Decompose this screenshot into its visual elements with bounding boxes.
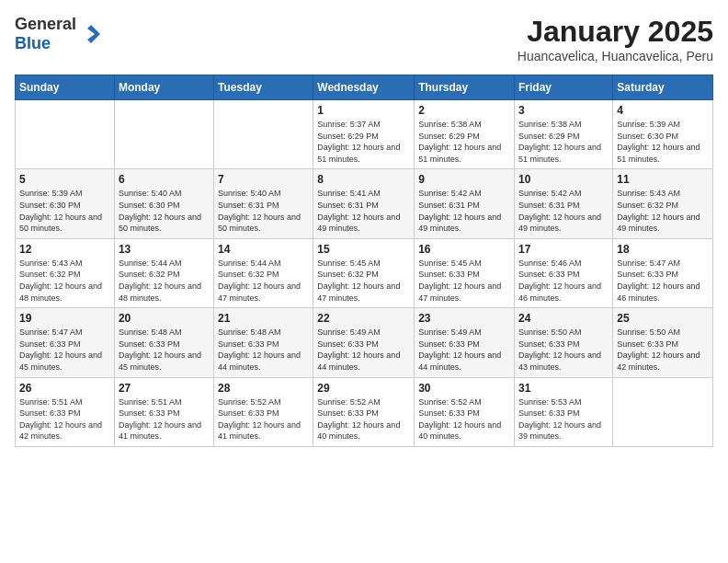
- day-info: Sunrise: 5:47 AM Sunset: 6:33 PM Dayligh…: [19, 327, 110, 373]
- day-info: Sunrise: 5:44 AM Sunset: 6:32 PM Dayligh…: [119, 258, 210, 304]
- logo-icon: [78, 21, 104, 47]
- day-number: 24: [518, 312, 609, 325]
- day-info: Sunrise: 5:45 AM Sunset: 6:32 PM Dayligh…: [317, 258, 410, 304]
- day-number: 8: [317, 173, 410, 186]
- table-row: 4Sunrise: 5:39 AM Sunset: 6:30 PM Daylig…: [613, 100, 713, 169]
- day-number: 18: [617, 243, 709, 256]
- header-thursday: Thursday: [415, 75, 515, 100]
- table-row: 12Sunrise: 5:43 AM Sunset: 6:32 PM Dayli…: [16, 238, 115, 307]
- day-number: 14: [218, 243, 309, 256]
- day-number: 26: [19, 382, 110, 395]
- header-monday: Monday: [114, 75, 213, 100]
- day-info: Sunrise: 5:51 AM Sunset: 6:33 PM Dayligh…: [19, 396, 110, 442]
- table-row: 30Sunrise: 5:52 AM Sunset: 6:33 PM Dayli…: [415, 377, 515, 446]
- day-info: Sunrise: 5:52 AM Sunset: 6:33 PM Dayligh…: [418, 396, 510, 442]
- day-info: Sunrise: 5:52 AM Sunset: 6:33 PM Dayligh…: [218, 396, 309, 442]
- day-number: 20: [119, 312, 210, 325]
- table-row: 29Sunrise: 5:52 AM Sunset: 6:33 PM Dayli…: [313, 377, 415, 446]
- table-row: 28Sunrise: 5:52 AM Sunset: 6:33 PM Dayli…: [214, 377, 313, 446]
- header-saturday: Saturday: [613, 75, 713, 100]
- day-number: 5: [19, 173, 110, 186]
- table-row: 26Sunrise: 5:51 AM Sunset: 6:33 PM Dayli…: [16, 377, 115, 446]
- day-info: Sunrise: 5:38 AM Sunset: 6:29 PM Dayligh…: [518, 119, 609, 165]
- table-row: 23Sunrise: 5:49 AM Sunset: 6:33 PM Dayli…: [415, 308, 515, 377]
- day-number: 29: [317, 382, 410, 395]
- table-row: 7Sunrise: 5:40 AM Sunset: 6:31 PM Daylig…: [214, 169, 313, 238]
- day-info: Sunrise: 5:42 AM Sunset: 6:31 PM Dayligh…: [518, 188, 609, 234]
- day-number: 4: [617, 104, 709, 117]
- day-number: 11: [617, 173, 709, 186]
- table-row: 16Sunrise: 5:45 AM Sunset: 6:33 PM Dayli…: [415, 238, 515, 307]
- table-row: 19Sunrise: 5:47 AM Sunset: 6:33 PM Dayli…: [16, 308, 115, 377]
- table-row: 15Sunrise: 5:45 AM Sunset: 6:32 PM Dayli…: [313, 238, 415, 307]
- table-row: 5Sunrise: 5:39 AM Sunset: 6:30 PM Daylig…: [16, 169, 115, 238]
- day-number: 3: [518, 104, 609, 117]
- day-number: 31: [518, 382, 609, 395]
- day-info: Sunrise: 5:49 AM Sunset: 6:33 PM Dayligh…: [418, 327, 510, 373]
- day-info: Sunrise: 5:48 AM Sunset: 6:33 PM Dayligh…: [119, 327, 210, 373]
- table-row: 31Sunrise: 5:53 AM Sunset: 6:33 PM Dayli…: [515, 377, 613, 446]
- day-number: 12: [19, 243, 110, 256]
- day-info: Sunrise: 5:37 AM Sunset: 6:29 PM Dayligh…: [317, 119, 410, 165]
- day-number: 27: [119, 382, 210, 395]
- logo-blue: Blue: [15, 34, 51, 52]
- page-subtitle: Huancavelica, Huancavelica, Peru: [518, 49, 713, 63]
- header-sunday: Sunday: [16, 75, 115, 100]
- day-number: 13: [119, 243, 210, 256]
- day-info: Sunrise: 5:43 AM Sunset: 6:32 PM Dayligh…: [617, 188, 709, 234]
- day-number: 22: [317, 312, 410, 325]
- day-info: Sunrise: 5:50 AM Sunset: 6:33 PM Dayligh…: [518, 327, 609, 373]
- table-row: 20Sunrise: 5:48 AM Sunset: 6:33 PM Dayli…: [114, 308, 213, 377]
- table-row: 21Sunrise: 5:48 AM Sunset: 6:33 PM Dayli…: [214, 308, 313, 377]
- header-wednesday: Wednesday: [313, 75, 415, 100]
- day-number: 19: [19, 312, 110, 325]
- table-row: 2Sunrise: 5:38 AM Sunset: 6:29 PM Daylig…: [415, 100, 515, 169]
- calendar-week-row: 19Sunrise: 5:47 AM Sunset: 6:33 PM Dayli…: [16, 308, 713, 377]
- table-row: 8Sunrise: 5:41 AM Sunset: 6:31 PM Daylig…: [313, 169, 415, 238]
- day-info: Sunrise: 5:47 AM Sunset: 6:33 PM Dayligh…: [617, 258, 709, 304]
- day-info: Sunrise: 5:48 AM Sunset: 6:33 PM Dayligh…: [218, 327, 309, 373]
- logo: General Blue: [15, 15, 104, 53]
- day-number: 1: [317, 104, 410, 117]
- day-info: Sunrise: 5:53 AM Sunset: 6:33 PM Dayligh…: [518, 396, 609, 442]
- day-info: Sunrise: 5:46 AM Sunset: 6:33 PM Dayligh…: [518, 258, 609, 304]
- table-row: 10Sunrise: 5:42 AM Sunset: 6:31 PM Dayli…: [515, 169, 613, 238]
- day-info: Sunrise: 5:50 AM Sunset: 6:33 PM Dayligh…: [617, 327, 709, 373]
- day-number: 21: [218, 312, 309, 325]
- table-row: 11Sunrise: 5:43 AM Sunset: 6:32 PM Dayli…: [613, 169, 713, 238]
- day-number: 28: [218, 382, 309, 395]
- day-number: 9: [418, 173, 510, 186]
- table-row: 18Sunrise: 5:47 AM Sunset: 6:33 PM Dayli…: [613, 238, 713, 307]
- calendar-header-row: Sunday Monday Tuesday Wednesday Thursday…: [16, 75, 713, 100]
- day-number: 30: [418, 382, 510, 395]
- day-info: Sunrise: 5:39 AM Sunset: 6:30 PM Dayligh…: [617, 119, 709, 165]
- table-row: [214, 100, 313, 169]
- day-info: Sunrise: 5:44 AM Sunset: 6:32 PM Dayligh…: [218, 258, 309, 304]
- calendar-week-row: 12Sunrise: 5:43 AM Sunset: 6:32 PM Dayli…: [16, 238, 713, 307]
- day-info: Sunrise: 5:42 AM Sunset: 6:31 PM Dayligh…: [418, 188, 510, 234]
- table-row: 1Sunrise: 5:37 AM Sunset: 6:29 PM Daylig…: [313, 100, 415, 169]
- table-row: 9Sunrise: 5:42 AM Sunset: 6:31 PM Daylig…: [415, 169, 515, 238]
- day-info: Sunrise: 5:38 AM Sunset: 6:29 PM Dayligh…: [418, 119, 510, 165]
- logo-general: General: [15, 15, 76, 33]
- page-title: January 2025: [518, 15, 713, 49]
- header-friday: Friday: [515, 75, 613, 100]
- calendar-week-row: 1Sunrise: 5:37 AM Sunset: 6:29 PM Daylig…: [16, 100, 713, 169]
- table-row: 13Sunrise: 5:44 AM Sunset: 6:32 PM Dayli…: [114, 238, 213, 307]
- day-info: Sunrise: 5:45 AM Sunset: 6:33 PM Dayligh…: [418, 258, 510, 304]
- day-info: Sunrise: 5:51 AM Sunset: 6:33 PM Dayligh…: [119, 396, 210, 442]
- table-row: [16, 100, 115, 169]
- day-info: Sunrise: 5:49 AM Sunset: 6:33 PM Dayligh…: [317, 327, 410, 373]
- calendar-week-row: 26Sunrise: 5:51 AM Sunset: 6:33 PM Dayli…: [16, 377, 713, 446]
- day-number: 10: [518, 173, 609, 186]
- day-number: 25: [617, 312, 709, 325]
- day-number: 17: [518, 243, 609, 256]
- day-info: Sunrise: 5:52 AM Sunset: 6:33 PM Dayligh…: [317, 396, 410, 442]
- day-info: Sunrise: 5:40 AM Sunset: 6:31 PM Dayligh…: [218, 188, 309, 234]
- table-row: 25Sunrise: 5:50 AM Sunset: 6:33 PM Dayli…: [613, 308, 713, 377]
- day-info: Sunrise: 5:39 AM Sunset: 6:30 PM Dayligh…: [19, 188, 110, 234]
- day-info: Sunrise: 5:40 AM Sunset: 6:30 PM Dayligh…: [119, 188, 210, 234]
- day-info: Sunrise: 5:43 AM Sunset: 6:32 PM Dayligh…: [19, 258, 110, 304]
- logo-text: General Blue: [15, 15, 76, 53]
- table-row: 14Sunrise: 5:44 AM Sunset: 6:32 PM Dayli…: [214, 238, 313, 307]
